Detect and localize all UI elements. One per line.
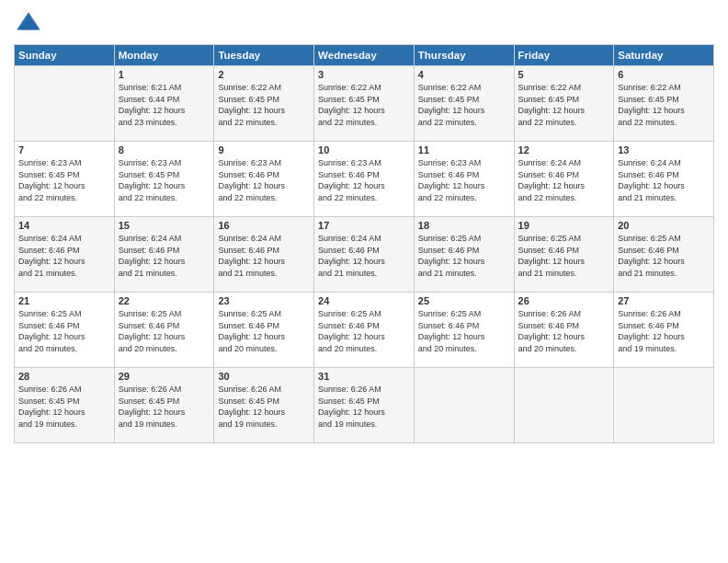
day-number: 25 (418, 295, 510, 306)
week-row: 28Sunrise: 6:26 AM Sunset: 6:45 PM Dayli… (15, 368, 714, 443)
calendar-cell: 10Sunrise: 6:23 AM Sunset: 6:46 PM Dayli… (314, 142, 415, 217)
day-info: Sunrise: 6:25 AM Sunset: 6:46 PM Dayligh… (418, 233, 510, 279)
calendar-cell: 6Sunrise: 6:22 AM Sunset: 6:45 PM Daylig… (614, 66, 714, 142)
calendar-cell: 9Sunrise: 6:23 AM Sunset: 6:46 PM Daylig… (214, 142, 314, 217)
day-header-monday: Monday (114, 45, 214, 66)
day-number: 20 (618, 220, 710, 231)
calendar-cell: 8Sunrise: 6:23 AM Sunset: 6:45 PM Daylig… (114, 142, 214, 217)
day-number: 26 (518, 295, 610, 306)
day-number: 6 (618, 69, 710, 80)
day-number: 10 (318, 144, 410, 155)
logo (14, 9, 47, 39)
day-number: 21 (18, 295, 110, 306)
header (14, 9, 714, 39)
calendar-cell: 28Sunrise: 6:26 AM Sunset: 6:45 PM Dayli… (15, 368, 115, 443)
day-header-friday: Friday (514, 45, 614, 66)
day-number: 18 (418, 220, 510, 231)
calendar-cell: 4Sunrise: 6:22 AM Sunset: 6:45 PM Daylig… (414, 66, 514, 142)
day-header-saturday: Saturday (614, 45, 714, 66)
calendar-cell: 31Sunrise: 6:26 AM Sunset: 6:45 PM Dayli… (314, 368, 415, 443)
day-number: 19 (518, 220, 610, 231)
day-info: Sunrise: 6:26 AM Sunset: 6:45 PM Dayligh… (18, 384, 110, 430)
calendar-cell: 1Sunrise: 6:21 AM Sunset: 6:44 PM Daylig… (114, 66, 214, 142)
day-info: Sunrise: 6:26 AM Sunset: 6:45 PM Dayligh… (318, 384, 410, 430)
day-info: Sunrise: 6:23 AM Sunset: 6:45 PM Dayligh… (18, 157, 110, 203)
day-header-wednesday: Wednesday (314, 45, 415, 66)
calendar-cell: 21Sunrise: 6:25 AM Sunset: 6:46 PM Dayli… (15, 293, 115, 368)
day-number: 5 (518, 69, 610, 80)
day-number: 2 (218, 69, 310, 80)
day-number: 4 (418, 69, 510, 80)
day-info: Sunrise: 6:26 AM Sunset: 6:45 PM Dayligh… (119, 384, 210, 430)
calendar-cell: 13Sunrise: 6:24 AM Sunset: 6:46 PM Dayli… (614, 142, 714, 217)
day-number: 17 (318, 220, 410, 231)
day-info: Sunrise: 6:22 AM Sunset: 6:45 PM Dayligh… (418, 82, 510, 128)
day-info: Sunrise: 6:26 AM Sunset: 6:45 PM Dayligh… (218, 384, 310, 430)
calendar-cell: 23Sunrise: 6:25 AM Sunset: 6:46 PM Dayli… (214, 293, 314, 368)
calendar-cell: 16Sunrise: 6:24 AM Sunset: 6:46 PM Dayli… (214, 217, 314, 293)
calendar-cell (15, 66, 115, 142)
day-info: Sunrise: 6:24 AM Sunset: 6:46 PM Dayligh… (618, 157, 710, 203)
day-number: 27 (618, 295, 710, 306)
calendar-cell: 20Sunrise: 6:25 AM Sunset: 6:46 PM Dayli… (614, 217, 714, 293)
calendar-cell: 12Sunrise: 6:24 AM Sunset: 6:46 PM Dayli… (514, 142, 614, 217)
calendar-cell: 14Sunrise: 6:24 AM Sunset: 6:46 PM Dayli… (15, 217, 115, 293)
calendar-cell: 27Sunrise: 6:26 AM Sunset: 6:46 PM Dayli… (614, 293, 714, 368)
day-info: Sunrise: 6:21 AM Sunset: 6:44 PM Dayligh… (119, 82, 210, 128)
day-number: 22 (119, 295, 210, 306)
calendar-cell: 29Sunrise: 6:26 AM Sunset: 6:45 PM Dayli… (114, 368, 214, 443)
calendar-table: SundayMondayTuesdayWednesdayThursdayFrid… (14, 44, 714, 443)
day-info: Sunrise: 6:26 AM Sunset: 6:46 PM Dayligh… (618, 308, 710, 354)
calendar-cell: 7Sunrise: 6:23 AM Sunset: 6:45 PM Daylig… (15, 142, 115, 217)
day-number: 28 (18, 371, 110, 382)
day-number: 3 (318, 69, 410, 80)
calendar-cell: 22Sunrise: 6:25 AM Sunset: 6:46 PM Dayli… (114, 293, 214, 368)
calendar-cell: 24Sunrise: 6:25 AM Sunset: 6:46 PM Dayli… (314, 293, 415, 368)
day-number: 7 (18, 144, 110, 155)
week-row: 14Sunrise: 6:24 AM Sunset: 6:46 PM Dayli… (15, 217, 714, 293)
calendar-cell: 25Sunrise: 6:25 AM Sunset: 6:46 PM Dayli… (414, 293, 514, 368)
day-info: Sunrise: 6:23 AM Sunset: 6:45 PM Dayligh… (119, 157, 210, 203)
day-info: Sunrise: 6:23 AM Sunset: 6:46 PM Dayligh… (218, 157, 310, 203)
day-number: 9 (218, 144, 310, 155)
calendar-header: SundayMondayTuesdayWednesdayThursdayFrid… (15, 45, 714, 66)
page: SundayMondayTuesdayWednesdayThursdayFrid… (0, 0, 728, 563)
day-number: 31 (318, 371, 410, 382)
day-info: Sunrise: 6:25 AM Sunset: 6:46 PM Dayligh… (318, 308, 410, 354)
calendar-cell: 18Sunrise: 6:25 AM Sunset: 6:46 PM Dayli… (414, 217, 514, 293)
calendar-cell: 3Sunrise: 6:22 AM Sunset: 6:45 PM Daylig… (314, 66, 415, 142)
day-number: 16 (218, 220, 310, 231)
week-row: 1Sunrise: 6:21 AM Sunset: 6:44 PM Daylig… (15, 66, 714, 142)
calendar-cell (614, 368, 714, 443)
day-info: Sunrise: 6:24 AM Sunset: 6:46 PM Dayligh… (318, 233, 410, 279)
day-info: Sunrise: 6:22 AM Sunset: 6:45 PM Dayligh… (218, 82, 310, 128)
day-info: Sunrise: 6:24 AM Sunset: 6:46 PM Dayligh… (18, 233, 110, 279)
day-number: 13 (618, 144, 710, 155)
calendar-cell: 11Sunrise: 6:23 AM Sunset: 6:46 PM Dayli… (414, 142, 514, 217)
calendar-cell (514, 368, 614, 443)
day-number: 24 (318, 295, 410, 306)
day-number: 8 (119, 144, 210, 155)
week-row: 7Sunrise: 6:23 AM Sunset: 6:45 PM Daylig… (15, 142, 714, 217)
day-number: 11 (418, 144, 510, 155)
day-header-tuesday: Tuesday (214, 45, 314, 66)
day-number: 15 (119, 220, 210, 231)
header-row: SundayMondayTuesdayWednesdayThursdayFrid… (15, 45, 714, 66)
day-info: Sunrise: 6:24 AM Sunset: 6:46 PM Dayligh… (218, 233, 310, 279)
day-info: Sunrise: 6:25 AM Sunset: 6:46 PM Dayligh… (218, 308, 310, 354)
day-info: Sunrise: 6:23 AM Sunset: 6:46 PM Dayligh… (318, 157, 410, 203)
day-number: 14 (18, 220, 110, 231)
day-number: 30 (218, 371, 310, 382)
day-info: Sunrise: 6:25 AM Sunset: 6:46 PM Dayligh… (18, 308, 110, 354)
logo-icon (14, 9, 43, 39)
day-info: Sunrise: 6:22 AM Sunset: 6:45 PM Dayligh… (618, 82, 710, 128)
day-number: 1 (119, 69, 210, 80)
day-number: 23 (218, 295, 310, 306)
day-info: Sunrise: 6:22 AM Sunset: 6:45 PM Dayligh… (518, 82, 610, 128)
day-number: 12 (518, 144, 610, 155)
day-header-sunday: Sunday (15, 45, 115, 66)
week-row: 21Sunrise: 6:25 AM Sunset: 6:46 PM Dayli… (15, 293, 714, 368)
day-info: Sunrise: 6:24 AM Sunset: 6:46 PM Dayligh… (518, 157, 610, 203)
calendar-cell: 30Sunrise: 6:26 AM Sunset: 6:45 PM Dayli… (214, 368, 314, 443)
calendar-cell (414, 368, 514, 443)
